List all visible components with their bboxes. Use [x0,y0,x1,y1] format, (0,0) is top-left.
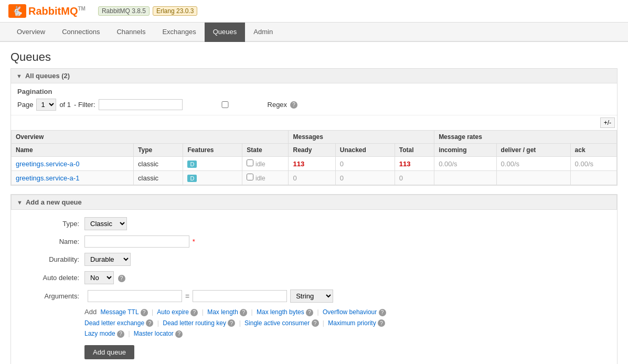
add-queue-label: Add a new queue [26,198,82,206]
th-features: Features [183,144,242,157]
argument-key-input[interactable] [88,290,182,302]
message-ttl-help: ? [141,309,148,316]
pagination-controls: Page 1 of 1 - Filter: Regex ? [17,99,611,111]
type-row: Type: Classic Quorum [22,217,606,230]
th-incoming: incoming [434,144,496,157]
queue-total-1: 0 [395,171,434,185]
all-queues-section: ▼ All queues (2) Pagination Page 1 of 1 … [10,68,618,186]
add-master-locator[interactable]: Master locator [134,330,174,337]
add-queue-button[interactable]: Add queue [84,345,134,359]
type-control: Classic Quorum [84,217,127,230]
queue-table: Overview Messages Message rates Name Typ… [11,130,617,185]
nav-overview[interactable]: Overview [8,23,54,42]
add-max-length[interactable]: Max length [207,308,238,316]
required-star: * [193,238,195,245]
durable-badge-0: D [187,160,197,168]
queue-checkbox-input-1[interactable] [247,174,253,180]
queue-checkbox-1: idle [242,171,289,185]
name-control: * [84,235,195,248]
argument-type-select[interactable]: String Number Boolean [290,290,333,303]
logo-tm: TM [78,6,85,12]
page-content: Queues ▼ All queues (2) Pagination Page … [0,42,628,364]
add-dead-letter-exchange[interactable]: Dead letter exchange [84,319,144,327]
queue-ack-0: 0.00/s [570,157,616,171]
queue-name-0: greetings.service-a-0 [12,157,134,171]
auto-expire-help: ? [190,309,198,316]
durability-row: Durability: Durable Transient [22,253,606,266]
nav-channels[interactable]: Channels [108,23,154,42]
add-overflow-behaviour[interactable]: Overflow behaviour [323,308,377,316]
add-label: Add [84,308,97,316]
add-queue-section: ▼ Add a new queue Type: Classic Quorum N… [10,194,618,364]
name-label: Name: [22,238,79,245]
th-ready: Ready [289,144,335,157]
logo-icon: 🐇 [8,4,26,18]
nav-queues[interactable]: Queues [205,23,246,42]
th-unacked: Unacked [335,144,395,157]
collapse-arrow: ▼ [16,73,22,79]
regex-checkbox[interactable] [186,101,264,108]
pagination-area: Pagination Page 1 of 1 - Filter: Regex ? [11,83,617,115]
durable-badge-1: D [187,175,197,182]
argument-value-input[interactable] [193,290,287,302]
th-deliver-get: deliver / get [496,144,570,157]
auto-delete-help-icon: ? [118,275,125,282]
add-queue-button-row: Add queue [22,341,606,359]
arguments-row: Arguments: = String Number Boolean [22,290,606,303]
version-badge: RabbitMQ 3.8.5 [98,6,150,16]
header: 🐇 RabbitMQTM RabbitMQ 3.8.5 Erlang 23.0.… [0,0,628,23]
type-select[interactable]: Classic Quorum [84,217,127,230]
logo-text: RabbitMQTM [28,4,86,18]
queue-ready-1: 0 [289,171,335,185]
all-queues-header[interactable]: ▼ All queues (2) [11,69,617,83]
type-label: Type: [22,220,79,228]
sep8: | [128,330,131,337]
sep7: | [323,319,326,327]
of-label: of 1 [59,101,71,109]
queue-checkbox-input-0[interactable] [247,159,253,166]
add-maximum-priority[interactable]: Maximum priority [328,319,376,327]
add-queue-arrow: ▼ [17,199,23,206]
queue-table-container: +/- Overview Messages Message rates Name… [11,115,617,185]
overflow-behaviour-help: ? [379,309,386,316]
page-select[interactable]: 1 [36,99,56,111]
auto-delete-control: No Yes ? [84,271,125,284]
plusminus-button[interactable]: +/- [600,117,615,128]
name-input[interactable] [84,235,189,248]
queue-name-link-0[interactable]: greetings.service-a-0 [16,160,79,168]
auto-delete-select[interactable]: No Yes [84,271,114,284]
main-nav: Overview Connections Channels Exchanges … [0,23,628,42]
add-single-active-consumer[interactable]: Single active consumer [244,319,310,327]
add-max-length-bytes[interactable]: Max length bytes [257,308,304,316]
add-lazy-mode[interactable]: Lazy mode [84,330,115,337]
messages-group-header: Messages [289,131,434,144]
queue-state-1: idle [256,175,265,182]
filter-input[interactable] [99,99,183,110]
th-total: Total [395,144,434,157]
add-message-ttl[interactable]: Message TTL [100,308,139,316]
regex-label: Regex [268,101,288,109]
page-label: Page [17,101,33,109]
queue-state-0: idle [256,160,265,168]
nav-connections[interactable]: Connections [54,23,108,42]
queue-total-0: 113 [395,157,434,171]
overview-group-header: Overview [12,131,289,144]
add-queue-header[interactable]: ▼ Add a new queue [11,195,617,210]
th-state: State [242,144,289,157]
single-active-consumer-help: ? [312,319,319,327]
add-dead-letter-routing-key[interactable]: Dead letter routing key [163,319,226,327]
auto-delete-row: Auto delete: No Yes ? [22,271,606,284]
max-length-bytes-help: ? [306,309,313,316]
add-queue-form: Type: Classic Quorum Name: * Durabili [11,210,617,364]
nav-exchanges[interactable]: Exchanges [154,23,204,42]
add-auto-expire[interactable]: Auto expire [157,308,189,316]
durability-select[interactable]: Durable Transient [84,253,131,266]
queue-features-1: D [183,171,242,185]
master-locator-help: ? [175,330,183,338]
queue-checkbox-0: idle [242,157,289,171]
queue-name-link-1[interactable]: greetings.service-a-1 [16,174,79,182]
nav-admin[interactable]: Admin [245,23,281,42]
message-rates-group-header: Message rates [434,131,617,144]
th-type: Type [134,144,183,157]
queue-unacked-1: 0 [335,171,395,185]
